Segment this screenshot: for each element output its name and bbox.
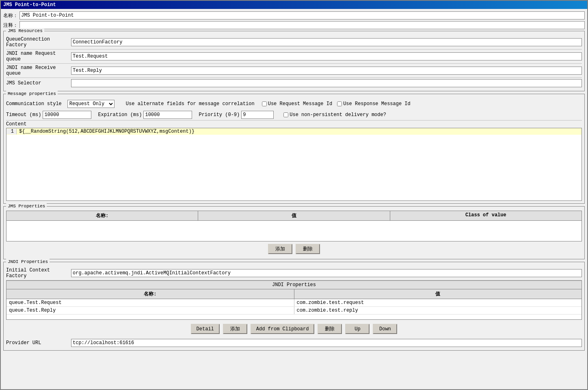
comment-input[interactable] (19, 21, 585, 29)
jndi-add-clipboard-button[interactable]: Add from Clipboard (251, 324, 315, 334)
jndi-add-button[interactable]: 添加 (223, 324, 247, 334)
code-line-1: 1 ${__RandomString(512,ABCDEFGHIJKLMNOPQ… (6, 128, 582, 135)
initial-context-input[interactable] (71, 269, 582, 277)
expiration-input[interactable] (143, 111, 192, 119)
jms-selector-input[interactable] (71, 79, 582, 87)
jndi-row-2-value: com.zombie.test.reply (294, 307, 582, 314)
jndi-delete-button[interactable]: 删除 (318, 324, 342, 334)
line-number-1: 1 (6, 129, 17, 134)
jndi-row-1-name: queue.Test.Request (6, 299, 294, 306)
jms-properties-content: 名称: 值 Class of value 添加 删除 (4, 210, 584, 259)
queue-connection-factory-row: QueueConnection Factory (6, 35, 582, 50)
timeout-row: Timeout (ms) Expiration (ms) Priority (0… (6, 110, 582, 121)
jms-properties-body (6, 221, 582, 241)
jndi-receive-input[interactable] (71, 67, 582, 75)
jndi-table-title: JNDI Properties (6, 281, 582, 289)
provider-url-row: Provider URL (6, 338, 582, 348)
alternate-fields-label: Use alternate fields for message correla… (126, 101, 255, 107)
timeout-field: Timeout (ms) (6, 111, 91, 119)
jndi-receive-label: JNDI name Receive queue (6, 65, 71, 76)
jndi-request-row: JNDI name Request queue (6, 50, 582, 64)
jms-selector-row: JMS Selector (6, 78, 582, 88)
initial-context-row: Initial Context Factory (6, 266, 582, 280)
jms-col-name: 名称: (6, 211, 198, 220)
comm-style-label: Communication style (6, 101, 62, 107)
jms-selector-label: JMS Selector (6, 80, 71, 86)
jms-resources-title: JMS Resources (6, 28, 44, 34)
comment-row: 注释： (3, 21, 585, 29)
jndi-table-container: JNDI Properties 名称: 值 queue.Test.Request… (6, 280, 582, 320)
jms-col-value: 值 (198, 211, 390, 220)
message-properties-content: Communication style Request Only Request… (4, 97, 584, 203)
jms-btn-row: 添加 删除 (6, 241, 582, 256)
non-persistent-item: Use non-persistent delivery mode? (283, 112, 386, 118)
jndi-properties-title: JNDI Properties (6, 259, 50, 265)
jms-col-class: Class of value (390, 211, 582, 220)
provider-url-input[interactable] (71, 339, 582, 347)
initial-context-label: Initial Context Factory (6, 267, 71, 279)
jndi-row-2[interactable]: queue.Test.Reply com.zombie.test.reply (6, 307, 582, 315)
provider-url-label: Provider URL (6, 340, 71, 346)
jms-properties-table: 名称: 值 Class of value (6, 211, 582, 241)
expiration-label: Expiration (ms) (98, 112, 142, 118)
jndi-table-header: 名称: 值 (6, 289, 582, 299)
jms-properties-title: JMS Properties (6, 203, 47, 209)
expiration-field: Expiration (ms) (98, 111, 192, 119)
use-response-msg-id-checkbox[interactable] (337, 101, 342, 106)
jms-resources-section: JMS Resources QueueConnection Factory JN… (3, 31, 585, 91)
use-request-msg-id-item: Use Request Message Id (262, 101, 332, 107)
jndi-row-1[interactable]: queue.Test.Request com.zombie.test.reque… (6, 299, 582, 307)
name-label: 名称： (3, 12, 18, 19)
name-row: 名称： (3, 11, 585, 19)
jndi-col-name: 名称: (6, 289, 294, 299)
use-response-msg-id-label: Use Response Message Id (343, 101, 411, 107)
comm-style-row: Communication style Request Only Request… (6, 98, 582, 110)
jndi-detail-button[interactable]: Detail (191, 324, 220, 334)
queue-connection-factory-input[interactable] (71, 38, 582, 46)
code-editor[interactable]: 1 ${__RandomString(512,ABCDEFGHIJKLMNOPQ… (6, 128, 582, 201)
priority-field: Priority (0-9) (199, 111, 274, 119)
non-persistent-checkbox[interactable] (283, 112, 288, 117)
comm-style-select[interactable]: Request Only Request-Reply One-Way (67, 100, 115, 108)
jndi-col-value: 值 (294, 289, 582, 299)
comment-label: 注释： (3, 22, 18, 29)
jms-add-button[interactable]: 添加 (268, 244, 292, 254)
jndi-request-input[interactable] (71, 52, 582, 60)
timeout-input[interactable] (43, 111, 91, 119)
jndi-down-button[interactable]: Down (373, 324, 397, 334)
main-content: 名称： 注释： JMS Resources QueueConnection Fa… (1, 9, 587, 356)
non-persistent-label: Use non-persistent delivery mode? (290, 112, 386, 118)
jndi-properties-section: JNDI Properties Initial Context Factory … (3, 262, 585, 351)
main-window: JMS Point-to-Point 名称： 注释： JMS Resources… (0, 0, 588, 390)
priority-label: Priority (0-9) (199, 112, 240, 118)
use-response-msg-id-item: Use Response Message Id (337, 101, 411, 107)
jndi-table-body: queue.Test.Request com.zombie.test.reque… (6, 299, 582, 319)
use-request-msg-id-checkbox[interactable] (262, 101, 267, 106)
jms-resources-content: QueueConnection Factory JNDI name Reques… (4, 34, 584, 91)
content-label: Content (6, 121, 582, 128)
line-content-1: ${__RandomString(512,ABCDEFGHIJKLMNOPQRS… (17, 129, 582, 134)
jms-delete-button[interactable]: 删除 (296, 244, 320, 254)
message-properties-title: Message properties (6, 91, 58, 97)
jndi-properties-content: Initial Context Factory JNDI Properties … (4, 265, 584, 350)
jndi-row-2-name: queue.Test.Reply (6, 307, 294, 314)
queue-connection-factory-label: QueueConnection Factory (6, 37, 71, 48)
jndi-row-1-value: com.zombie.test.request (294, 299, 582, 306)
jndi-btn-row: Detail 添加 Add from Clipboard 删除 Up Down (6, 321, 582, 336)
content-area: Content 1 ${__RandomString(512,ABCDEFGHI… (6, 121, 582, 201)
jndi-receive-row: JNDI name Receive queue (6, 64, 582, 78)
jms-properties-section: JMS Properties 名称: 值 Class of value 添加 删… (3, 206, 585, 259)
title-text: JMS Point-to-Point (3, 2, 56, 8)
name-input[interactable] (19, 11, 585, 19)
use-request-msg-id-label: Use Request Message Id (268, 101, 332, 107)
priority-input[interactable] (241, 111, 274, 119)
jndi-up-button[interactable]: Up (345, 324, 370, 334)
jndi-request-label: JNDI name Request queue (6, 51, 71, 62)
timeout-label: Timeout (ms) (6, 112, 41, 118)
window-title: JMS Point-to-Point (1, 1, 587, 9)
jms-properties-header: 名称: 值 Class of value (6, 211, 582, 221)
message-properties-section: Message properties Communication style R… (3, 94, 585, 204)
